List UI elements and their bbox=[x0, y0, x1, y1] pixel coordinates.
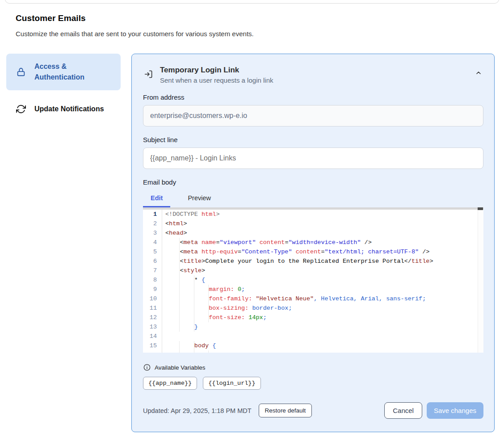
code-line[interactable]: 15body { bbox=[143, 341, 478, 350]
line-number: 1 bbox=[143, 210, 162, 219]
code-line-content: <style> bbox=[162, 266, 478, 275]
card-title: Temporary Login Link bbox=[160, 66, 273, 75]
from-address-label: From address bbox=[143, 93, 483, 101]
subject-line-label: Subject line bbox=[143, 136, 483, 143]
card-header-titles: Temporary Login Link Sent when a user re… bbox=[160, 66, 273, 84]
code-line[interactable]: 10font-family: "Helvetica Neue", Helveti… bbox=[143, 294, 478, 303]
from-address-input[interactable] bbox=[143, 105, 483, 126]
code-line[interactable]: 9margin: 0; bbox=[143, 285, 478, 294]
subject-line-input[interactable] bbox=[143, 147, 483, 169]
save-changes-button[interactable]: Save changes bbox=[427, 402, 483, 419]
code-line-content bbox=[162, 332, 478, 341]
chevron-up-icon[interactable] bbox=[475, 69, 482, 76]
line-number: 15 bbox=[143, 341, 162, 350]
variable-chip-login-url[interactable]: {{login_url}} bbox=[203, 377, 260, 390]
code-line-content: <meta http-equiv="Content-Type" content=… bbox=[162, 247, 478, 257]
code-line[interactable]: 12font-size: 14px; bbox=[143, 313, 478, 322]
sidebar-item-label: Access & Authentication bbox=[34, 61, 94, 83]
line-number: 11 bbox=[143, 303, 162, 313]
card-header: Temporary Login Link Sent when a user re… bbox=[143, 66, 483, 84]
line-number: 2 bbox=[143, 219, 162, 228]
code-line-content: font-size: 14px; bbox=[162, 313, 478, 322]
code-line[interactable]: 8* { bbox=[143, 275, 478, 285]
code-line-content: } bbox=[162, 322, 478, 332]
code-line-content: body { bbox=[162, 341, 478, 350]
card-footer: Updated: Apr 29, 2025, 1:18 PM MDT Resto… bbox=[143, 402, 483, 419]
previous-card-bottom-edge bbox=[5, 0, 499, 4]
code-line[interactable]: 1<!DOCTYPE html> bbox=[143, 210, 478, 219]
variable-chips: {{app_name}} {{login_url}} bbox=[143, 377, 483, 390]
code-line[interactable]: 13} bbox=[143, 322, 478, 332]
code-line-content: font-family: "Helvetica Neue", Helvetica… bbox=[162, 294, 478, 303]
line-number: 10 bbox=[143, 294, 162, 303]
code-line[interactable]: 5<meta http-equiv="Content-Type" content… bbox=[143, 247, 478, 257]
editor-vertical-scrollbar[interactable] bbox=[478, 210, 483, 353]
editor-scrollbar-track[interactable] bbox=[143, 207, 483, 210]
code-line-content: <meta name="viewport" content="width=dev… bbox=[162, 238, 478, 247]
tab-preview[interactable]: Preview bbox=[180, 192, 218, 207]
email-body-label: Email body bbox=[143, 178, 483, 186]
lock-icon bbox=[16, 67, 26, 77]
variable-chip-app-name[interactable]: {{app_name}} bbox=[143, 377, 197, 390]
sync-icon bbox=[16, 104, 26, 114]
code-line-content: box-sizing: border-box; bbox=[162, 303, 478, 313]
page-title: Customer Emails bbox=[16, 13, 488, 23]
line-number: 16 bbox=[143, 350, 162, 353]
card-subtitle: Sent when a user requests a login link bbox=[160, 76, 273, 84]
code-line-content: * { bbox=[162, 275, 478, 285]
email-settings-card: Temporary Login Link Sent when a user re… bbox=[131, 54, 495, 432]
sidebar-item-access-authentication[interactable]: Access & Authentication bbox=[6, 54, 121, 90]
line-number: 9 bbox=[143, 285, 162, 294]
code-line-content: <!DOCTYPE html> bbox=[162, 210, 478, 219]
code-line[interactable]: 16background-color: #f8f9fb; bbox=[143, 350, 478, 353]
info-icon bbox=[143, 364, 151, 371]
tab-edit[interactable]: Edit bbox=[143, 192, 170, 207]
page-header: Customer Emails Customize the emails tha… bbox=[0, 0, 504, 38]
cancel-button[interactable]: Cancel bbox=[384, 402, 422, 419]
line-number: 3 bbox=[143, 228, 162, 238]
available-variables-row: Available Variables bbox=[143, 364, 483, 371]
editor-scrollbar-thumb[interactable] bbox=[478, 207, 483, 210]
restore-default-button[interactable]: Restore default bbox=[259, 404, 312, 417]
code-line[interactable]: 4<meta name="viewport" content="width=de… bbox=[143, 238, 478, 247]
code-line[interactable]: 3<head> bbox=[143, 228, 478, 238]
code-line-content: margin: 0; bbox=[162, 285, 478, 294]
code-line[interactable]: 7<style> bbox=[143, 266, 478, 275]
line-number: 4 bbox=[143, 238, 162, 247]
code-line[interactable]: 2<html> bbox=[143, 219, 478, 228]
code-line[interactable]: 11box-sizing: border-box; bbox=[143, 303, 478, 313]
code-line-content: <title>Complete your login to the Replic… bbox=[162, 257, 478, 266]
code-line[interactable]: 14 bbox=[143, 332, 478, 341]
sidebar-item-update-notifications[interactable]: Update Notifications bbox=[6, 97, 121, 121]
code-lines: 1<!DOCTYPE html>2<html>3<head>4<meta nam… bbox=[143, 210, 478, 353]
updated-timestamp: Updated: Apr 29, 2025, 1:18 PM MDT bbox=[143, 407, 252, 414]
login-icon bbox=[144, 70, 153, 79]
page-subtitle: Customize the emails that are sent to yo… bbox=[16, 30, 488, 38]
line-number: 12 bbox=[143, 313, 162, 322]
main-layout: Access & Authentication Update Notificat… bbox=[0, 54, 504, 432]
code-editor[interactable]: 1<!DOCTYPE html>2<html>3<head>4<meta nam… bbox=[143, 207, 483, 353]
sidebar: Access & Authentication Update Notificat… bbox=[6, 54, 121, 121]
sidebar-item-label: Update Notifications bbox=[34, 104, 104, 114]
email-body-tabs: Edit Preview bbox=[143, 192, 483, 207]
code-line[interactable]: 6<title>Complete your login to the Repli… bbox=[143, 257, 478, 266]
line-number: 5 bbox=[143, 247, 162, 257]
line-number: 6 bbox=[143, 257, 162, 266]
line-number: 14 bbox=[143, 332, 162, 341]
code-line-content: background-color: #f8f9fb; bbox=[162, 350, 478, 353]
code-line-content: <html> bbox=[162, 219, 478, 228]
line-number: 8 bbox=[143, 275, 162, 285]
line-number: 13 bbox=[143, 322, 162, 332]
code-line-content: <head> bbox=[162, 228, 478, 238]
available-variables-label: Available Variables bbox=[155, 364, 206, 371]
line-number: 7 bbox=[143, 266, 162, 275]
